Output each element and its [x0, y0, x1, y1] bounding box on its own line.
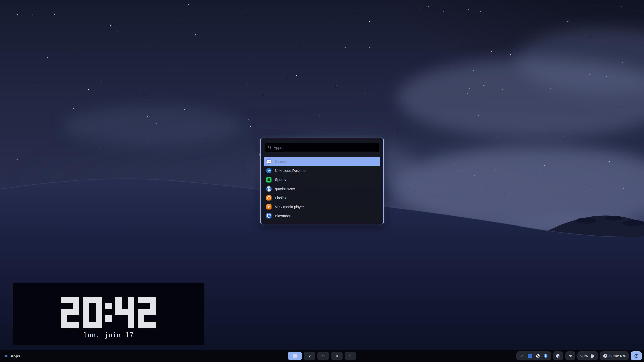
app-item-nextcloud[interactable]: Nextcloud Desktop [264, 166, 380, 175]
app-item-bitwarden[interactable]: Bitwarden [264, 211, 380, 220]
app-item-vlc[interactable]: VLC media player [264, 202, 380, 211]
taskbar: Apps 2 3 4 5 [0, 350, 644, 362]
clock-widget: lun. juin 17 [13, 283, 204, 345]
system-tray-area: 98% 08:42 PM [516, 351, 642, 360]
power-icon [634, 353, 639, 359]
apps-menu-button[interactable]: Apps [4, 350, 20, 362]
battery-percent: 98% [580, 354, 588, 358]
clock-time [13, 297, 204, 328]
bitwarden-shield-icon[interactable] [528, 354, 532, 358]
taskbar-clock[interactable]: 08:42 PM [600, 351, 629, 360]
qutebrowser-icon [266, 186, 272, 192]
battery-charging-icon [590, 354, 595, 358]
clock-icon [603, 354, 608, 358]
app-item-label: Nextcloud Desktop [275, 169, 306, 173]
search-icon [268, 145, 272, 150]
workspace-5[interactable]: 5 [345, 352, 356, 360]
workspace-3[interactable]: 3 [317, 352, 329, 360]
bitwarden-icon [266, 213, 272, 219]
app-launcher: Discord Nextcloud Desktop [260, 138, 384, 224]
check-circle-icon[interactable] [536, 354, 540, 358]
app-item-label: Discord [275, 160, 287, 164]
nixos-snowflake-icon [4, 354, 8, 358]
app-item-label: Firefox [275, 196, 286, 200]
app-item-label: qutebrowser [275, 187, 295, 191]
battery-indicator[interactable]: 98% [577, 351, 598, 360]
workspace-1-active[interactable] [288, 352, 302, 360]
app-item-spotify[interactable]: Spotify [264, 175, 380, 184]
app-item-qutebrowser[interactable]: qutebrowser [264, 184, 380, 193]
bluetooth-icon[interactable] [544, 354, 548, 358]
tray-icons-pill [516, 351, 551, 360]
workspace-switcher: 2 3 4 5 [288, 352, 356, 360]
nextcloud-icon [266, 168, 272, 173]
search-input[interactable] [273, 145, 376, 150]
night-light-toggle[interactable] [553, 351, 563, 360]
clock-date: lun. juin 17 [13, 331, 204, 339]
power-button[interactable] [631, 351, 642, 360]
night-light-icon [556, 354, 560, 358]
volume-control[interactable] [565, 351, 575, 360]
workspace-window-dot [293, 354, 297, 358]
app-item-label: Spotify [275, 178, 286, 182]
discord-icon [266, 159, 272, 164]
app-item-label: Bitwarden [275, 214, 291, 218]
firefox-icon [266, 195, 272, 201]
app-item-label: VLC media player [275, 205, 304, 209]
spotify-icon [266, 177, 272, 183]
workspace-2[interactable]: 2 [304, 352, 315, 360]
volume-icon [568, 354, 572, 358]
desktop: lun. juin 17 Discord [0, 0, 644, 362]
vlc-icon [266, 204, 272, 210]
taskbar-time: 08:42 PM [609, 354, 626, 358]
search-box[interactable] [265, 143, 379, 152]
workspace-4[interactable]: 4 [331, 352, 343, 360]
app-item-discord[interactable]: Discord [264, 157, 380, 166]
app-list: Discord Nextcloud Desktop [264, 157, 380, 220]
app-item-firefox[interactable]: Firefox [264, 193, 380, 202]
connect-arrows-icon[interactable] [520, 354, 524, 358]
apps-menu-label: Apps [11, 354, 20, 358]
